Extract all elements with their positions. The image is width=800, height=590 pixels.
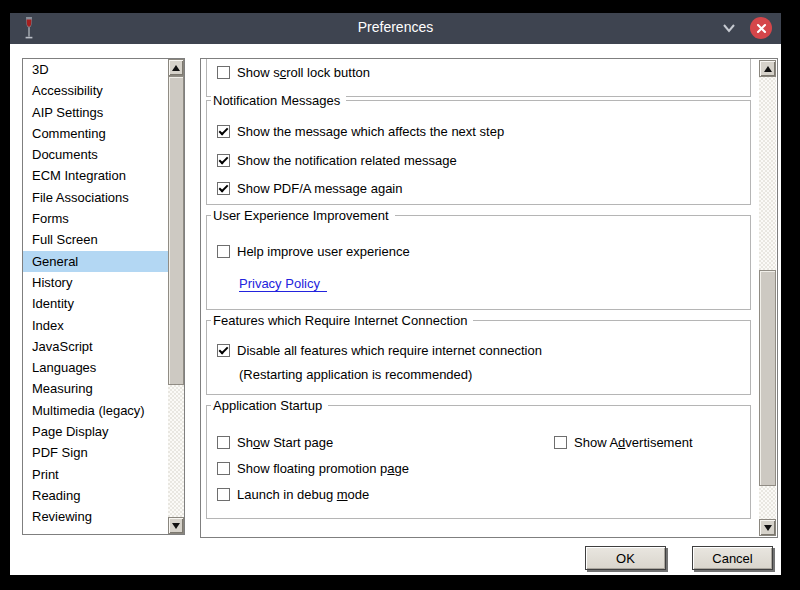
sidebar-item-general[interactable]: General (23, 251, 168, 272)
settings-panel: Show scroll lock button Notification Mes… (200, 58, 778, 538)
checkbox-label: Disable all features which require inter… (237, 343, 542, 358)
sidebar-scrollbar[interactable] (168, 59, 184, 534)
sidebar-item-identity[interactable]: Identity (23, 293, 168, 314)
titlebar[interactable]: Preferences (10, 13, 781, 44)
sidebar-list: 3DAccessibilityAIP SettingsCommentingDoc… (23, 59, 168, 534)
sidebar-item-javascript[interactable]: JavaScript (23, 336, 168, 357)
scroll-up-button[interactable] (168, 59, 184, 76)
sidebar-item-print[interactable]: Print (23, 464, 168, 485)
cancel-button[interactable]: Cancel (692, 546, 773, 570)
checkbox[interactable] (217, 66, 230, 79)
sidebar-item-page-display[interactable]: Page Display (23, 421, 168, 442)
sidebar-item-commenting[interactable]: Commenting (23, 123, 168, 144)
panel-scrollbar[interactable] (759, 60, 776, 536)
checkbox-label: Show the message which affects the next … (237, 124, 504, 139)
checkbox-help-improve-user-experience[interactable]: Help improve user experience (217, 244, 410, 259)
sidebar-item-reading[interactable]: Reading (23, 485, 168, 506)
scroll-down-button[interactable] (168, 517, 184, 534)
category-listbox: 3DAccessibilityAIP SettingsCommentingDoc… (22, 58, 185, 535)
sidebar-item-3d[interactable]: 3D (23, 59, 168, 80)
checkbox-show-start-page[interactable]: Show Start page (217, 435, 333, 450)
group-title: Features which Require Internet Connecti… (211, 313, 473, 328)
checkbox-show-message-next-step[interactable]: Show the message which affects the next … (217, 124, 504, 139)
checkbox-show-advertisement[interactable]: Show Advertisement (554, 435, 693, 450)
scroll-up-button[interactable] (759, 60, 776, 77)
preferences-window: Preferences 3DAccessibilityAIP SettingsC… (10, 13, 781, 575)
checkbox[interactable] (217, 344, 230, 357)
sidebar-item-full-screen[interactable]: Full Screen (23, 229, 168, 250)
group-user-experience: User Experience Improvement Help improve… (206, 215, 751, 310)
sidebar-item-documents[interactable]: Documents (23, 144, 168, 165)
checkbox[interactable] (217, 488, 230, 501)
sidebar-item-history[interactable]: History (23, 272, 168, 293)
scrollbar-thumb[interactable] (168, 76, 184, 385)
sidebar-item-measuring[interactable]: Measuring (23, 378, 168, 399)
restart-recommended-note: (Restarting application is recommended) (239, 367, 472, 382)
scrollbar-thumb[interactable] (759, 270, 776, 486)
checkbox[interactable] (554, 436, 567, 449)
chevron-down-icon[interactable] (721, 21, 737, 35)
dialog-body: 3DAccessibilityAIP SettingsCommentingDoc… (10, 44, 781, 575)
checkbox-show-pdfa-message[interactable]: Show PDF/A message again (217, 181, 402, 196)
checkbox[interactable] (217, 154, 230, 167)
sidebar-item-pdf-sign[interactable]: PDF Sign (23, 442, 168, 463)
checkbox[interactable] (217, 182, 230, 195)
checkbox-show-scroll-lock-button[interactable]: Show scroll lock button (217, 65, 370, 80)
close-button[interactable] (750, 17, 772, 39)
sidebar-item-reviewing[interactable]: Reviewing (23, 506, 168, 527)
group-title: Application Startup (211, 398, 328, 413)
checkbox-label: Show Advertisement (574, 435, 693, 450)
group-notification-messages: Notification Messages Show the message w… (206, 100, 751, 205)
checkbox-label: Launch in debug mode (237, 487, 369, 502)
window-title: Preferences (10, 19, 781, 35)
sidebar-item-forms[interactable]: Forms (23, 208, 168, 229)
triangle-down-icon (764, 525, 772, 531)
triangle-up-icon (172, 65, 180, 71)
checkbox-show-floating-promotion-page[interactable]: Show floating promotion page (217, 461, 409, 476)
checkbox[interactable] (217, 245, 230, 258)
close-x-icon (756, 23, 767, 34)
sidebar-item-index[interactable]: Index (23, 315, 168, 336)
group-title: User Experience Improvement (211, 208, 395, 223)
sidebar-item-file-associations[interactable]: File Associations (23, 187, 168, 208)
triangle-up-icon (764, 66, 772, 72)
checkbox-disable-internet-features[interactable]: Disable all features which require inter… (217, 343, 542, 358)
sidebar-item-languages[interactable]: Languages (23, 357, 168, 378)
checkbox-label: Show scroll lock button (237, 65, 370, 80)
sidebar-item-accessibility[interactable]: Accessibility (23, 80, 168, 101)
checkbox[interactable] (217, 436, 230, 449)
ok-button[interactable]: OK (585, 546, 666, 570)
checkbox-label: Show Start page (237, 435, 333, 450)
triangle-down-icon (172, 523, 180, 529)
scroll-down-button[interactable] (759, 519, 776, 536)
checkbox[interactable] (217, 462, 230, 475)
checkbox-launch-in-debug-mode[interactable]: Launch in debug mode (217, 487, 369, 502)
group-internet-features: Features which Require Internet Connecti… (206, 320, 751, 395)
checkbox-label: Help improve user experience (237, 244, 410, 259)
sidebar-item-aip-settings[interactable]: AIP Settings (23, 102, 168, 123)
group-application-startup: Application Startup Show Start page Show… (206, 405, 751, 519)
checkbox-label: Show PDF/A message again (237, 181, 402, 196)
sidebar-item-ecm-integration[interactable]: ECM Integration (23, 165, 168, 186)
sidebar-item-search[interactable]: Search (23, 528, 168, 534)
checkbox[interactable] (217, 125, 230, 138)
privacy-policy-link[interactable]: Privacy Policy (239, 276, 327, 292)
checkbox-show-notification-related[interactable]: Show the notification related message (217, 153, 457, 168)
checkbox-label: Show floating promotion page (237, 461, 409, 476)
group-title: Notification Messages (211, 93, 346, 108)
group-partial-top: Show scroll lock button (206, 59, 751, 97)
checkbox-label: Show the notification related message (237, 153, 457, 168)
sidebar-item-multimedia-legacy-[interactable]: Multimedia (legacy) (23, 400, 168, 421)
